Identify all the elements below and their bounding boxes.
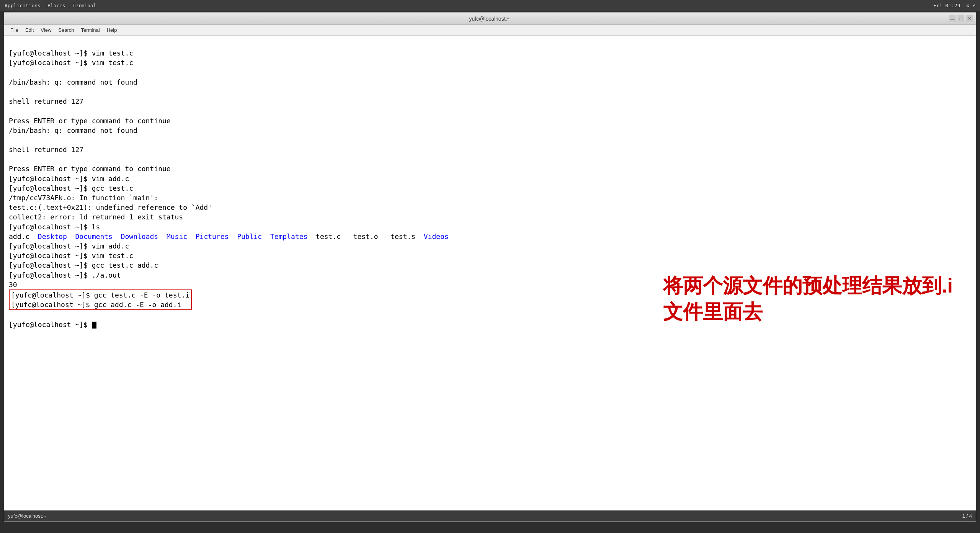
menu-bar: File Edit View Search Terminal Help — [4, 25, 976, 36]
menu-search[interactable]: Search — [55, 26, 77, 34]
menu-terminal[interactable]: Terminal — [78, 26, 103, 34]
applications-menu[interactable]: Applications — [5, 3, 41, 8]
line-15: [yufc@localhost ~]$ vim add.c — [9, 242, 129, 250]
line-11: /tmp/ccV73AFk.o: In function `main': — [9, 194, 158, 202]
system-bar: Applications Places Terminal Fri 01:29 ⚙… — [0, 0, 980, 11]
terminal-window: yufc@localhost:~ — □ ✕ File Edit View Se… — [4, 12, 976, 522]
line-current: [yufc@localhost ~]$ — [9, 320, 96, 329]
line-18: [yufc@localhost ~]$ ./a.out — [9, 271, 121, 279]
menu-file[interactable]: File — [7, 26, 21, 34]
line-8: Press ENTER or type command to continue — [9, 165, 171, 173]
line-16: [yufc@localhost ~]$ vim test.c — [9, 252, 133, 260]
ls-output: add.c Desktop Documents Downloads Music … — [9, 232, 449, 240]
line-6: /bin/bash: q: command not found — [9, 126, 137, 134]
status-bar: yufc@localhost:~ 1 / 4 — [4, 510, 976, 521]
dir-music: Music — [167, 232, 187, 240]
maximize-button[interactable]: □ — [957, 15, 964, 22]
dir-templates: Templates — [270, 232, 308, 240]
dir-desktop: Desktop — [38, 232, 67, 240]
dir-documents: Documents — [75, 232, 113, 240]
menu-view[interactable]: View — [38, 26, 54, 34]
system-bar-right: Fri 01:29 ⚙ ⚡ — [933, 3, 975, 8]
annotation-line-1: 将两个源文件的预处理结果放到.i — [663, 273, 953, 299]
title-bar-buttons: — □ ✕ — [949, 15, 973, 22]
line-3: /bin/bash: q: command not found — [9, 78, 137, 86]
title-bar-text: yufc@localhost:~ — [30, 16, 949, 22]
line-2: [yufc@localhost ~]$ vim test.c — [9, 59, 133, 67]
line-19: 30 — [9, 281, 17, 289]
line-7: shell returned 127 — [9, 146, 83, 154]
dir-downloads: Downloads — [121, 232, 158, 240]
places-menu[interactable]: Places — [47, 3, 65, 8]
line-17: [yufc@localhost ~]$ gcc test.c add.c — [9, 261, 158, 269]
cursor — [92, 322, 96, 329]
menu-edit[interactable]: Edit — [22, 26, 37, 34]
title-bar: yufc@localhost:~ — □ ✕ — [4, 13, 976, 25]
close-button[interactable]: ✕ — [966, 15, 973, 22]
line-4: shell returned 127 — [9, 97, 83, 105]
line-9: [yufc@localhost ~]$ vim add.c — [9, 175, 129, 183]
terminal-menu[interactable]: Terminal — [72, 3, 96, 8]
line-14: [yufc@localhost ~]$ ls — [9, 223, 100, 231]
menu-help[interactable]: Help — [104, 26, 120, 34]
system-time: Fri 01:29 — [933, 3, 960, 8]
line-10: [yufc@localhost ~]$ gcc test.c — [9, 184, 133, 192]
annotation-line-2: 文件里面去 — [663, 299, 953, 325]
line-1: [yufc@localhost ~]$ vim test.c — [9, 49, 133, 57]
line-12: test.c:(.text+0x21): undefined reference… — [9, 203, 212, 211]
dir-pictures: Pictures — [196, 232, 229, 240]
system-bar-left: Applications Places Terminal — [5, 3, 96, 8]
terminal-content[interactable]: [yufc@localhost ~]$ vim test.c [yufc@loc… — [4, 36, 976, 510]
status-page-info: 1 / 4 — [962, 513, 972, 519]
dir-videos: Videos — [424, 232, 449, 240]
annotation-text: 将两个源文件的预处理结果放到.i 文件里面去 — [663, 273, 953, 325]
status-label: yufc@localhost:~ — [8, 513, 46, 519]
dir-public: Public — [237, 232, 262, 240]
line-13: collect2: error: ld returned 1 exit stat… — [9, 213, 183, 221]
minimize-button[interactable]: — — [949, 15, 956, 22]
system-icons: ⚙ ⚡ — [967, 3, 975, 8]
line-5: Press ENTER or type command to continue — [9, 117, 171, 125]
line-boxed-1: [yufc@localhost ~]$ gcc test.c -E -o tes… — [9, 289, 192, 310]
